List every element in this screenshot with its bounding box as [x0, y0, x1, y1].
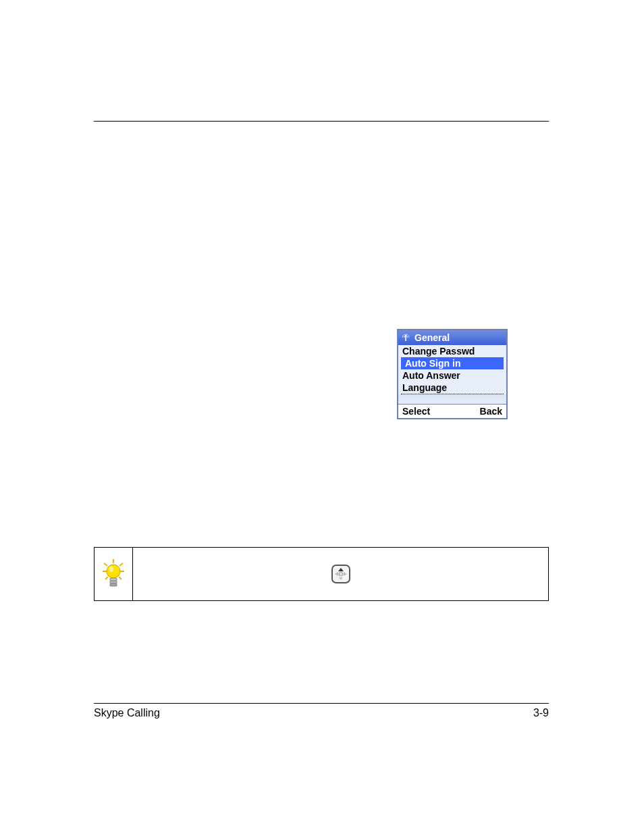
dpad-up-icon [331, 564, 351, 584]
menu-item-auto-answer[interactable]: Auto Answer [398, 369, 506, 382]
svg-point-8 [107, 565, 120, 578]
footer-left: Skype Calling [94, 707, 160, 719]
menu-header: General [398, 330, 506, 345]
menu-item-language[interactable]: Language [401, 382, 504, 394]
softkey-select[interactable]: Select [402, 406, 430, 417]
bottom-rule [94, 703, 549, 704]
tip-box [94, 547, 549, 601]
svg-rect-0 [405, 335, 406, 341]
tip-content [133, 548, 548, 600]
footer-right: 3-9 [533, 707, 549, 719]
svg-point-9 [109, 567, 113, 572]
softkey-back[interactable]: Back [480, 406, 502, 417]
menu-spacer [398, 394, 506, 404]
svg-point-18 [339, 572, 343, 576]
svg-rect-10 [110, 578, 117, 581]
svg-line-3 [119, 563, 123, 566]
menu-item-auto-sign-in[interactable]: Auto Sign in [401, 357, 504, 369]
tip-icon-cell [95, 548, 133, 600]
svg-line-7 [119, 577, 122, 579]
top-rule [94, 121, 549, 122]
menu-softkeys: Select Back [398, 404, 506, 418]
general-menu: General Change Passwd Auto Sign in Auto … [397, 329, 508, 419]
signal-icon [401, 334, 410, 342]
svg-rect-12 [110, 583, 117, 586]
svg-line-6 [105, 577, 108, 579]
menu-item-change-passwd[interactable]: Change Passwd [398, 345, 506, 357]
svg-rect-11 [110, 581, 117, 583]
menu-title: General [414, 332, 450, 343]
svg-line-2 [104, 563, 107, 566]
lightbulb-icon [100, 558, 127, 590]
